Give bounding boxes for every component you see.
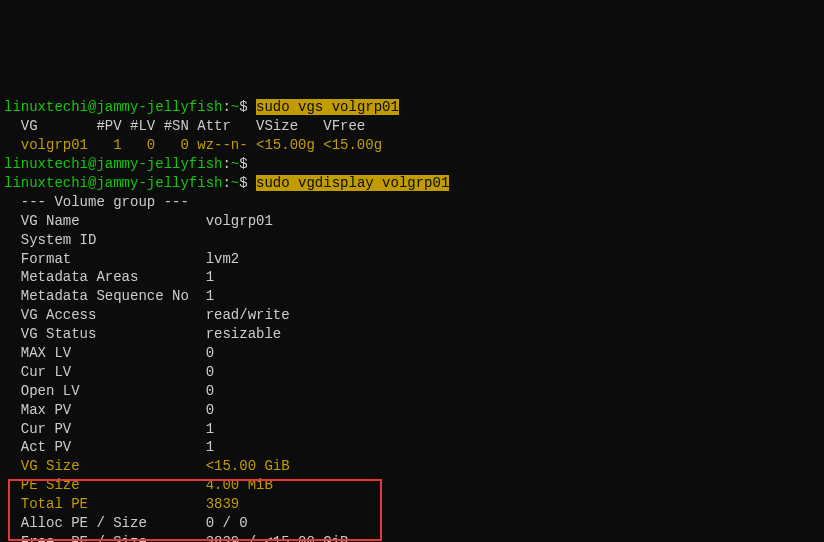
cur-pv-value: 1 bbox=[197, 421, 214, 437]
open-lv-value: 0 bbox=[197, 383, 214, 399]
command-vgdisplay: sudo vgdisplay volgrp01 bbox=[256, 175, 449, 191]
vg-status-label: VG Status bbox=[4, 326, 197, 342]
system-id-label: System ID bbox=[4, 232, 96, 248]
prompt-dollar: $ bbox=[239, 175, 247, 191]
pe-size-value: 4.00 MiB bbox=[197, 477, 273, 493]
metadata-areas-value: 1 bbox=[197, 269, 214, 285]
open-lv-label: Open LV bbox=[4, 383, 197, 399]
cur-pv-label: Cur PV bbox=[4, 421, 197, 437]
free-pe-label: Free PE / Size bbox=[4, 534, 197, 542]
vg-size-label: VG Size bbox=[4, 458, 197, 474]
cur-lv-value: 0 bbox=[197, 364, 214, 380]
total-pe-label: Total PE bbox=[4, 496, 197, 512]
act-pv-value: 1 bbox=[197, 439, 214, 455]
vg-access-value: read/write bbox=[197, 307, 289, 323]
free-pe-value: 3839 / <15.00 GiB bbox=[197, 534, 348, 542]
format-value: lvm2 bbox=[197, 251, 239, 267]
max-pv-value: 0 bbox=[197, 402, 214, 418]
command-vgs: sudo vgs volgrp01 bbox=[256, 99, 399, 115]
metadata-areas-label: Metadata Areas bbox=[4, 269, 197, 285]
prompt-sep: : bbox=[222, 175, 230, 191]
vgs-header: VG #PV #LV #SN Attr VSize VFree bbox=[4, 118, 365, 134]
vg-name-label: VG Name bbox=[4, 213, 197, 229]
max-lv-value: 0 bbox=[197, 345, 214, 361]
prompt-path: ~ bbox=[231, 99, 239, 115]
pe-size-label: PE Size bbox=[4, 477, 197, 493]
alloc-pe-label: Alloc PE / Size bbox=[4, 515, 197, 531]
prompt-sep: : bbox=[222, 156, 230, 172]
prompt-path: ~ bbox=[231, 175, 239, 191]
vg-status-value: resizable bbox=[197, 326, 281, 342]
prompt-path: ~ bbox=[231, 156, 239, 172]
vgdisplay-header: --- Volume group --- bbox=[4, 194, 189, 210]
cur-lv-label: Cur LV bbox=[4, 364, 197, 380]
vgs-row: volgrp01 1 0 0 wz--n- <15.00g <15.00g bbox=[4, 137, 382, 153]
vg-size-value: <15.00 GiB bbox=[197, 458, 289, 474]
max-pv-label: Max PV bbox=[4, 402, 197, 418]
prompt-user: linuxtechi@jammy-jellyfish bbox=[4, 175, 222, 191]
prompt-user: linuxtechi@jammy-jellyfish bbox=[4, 99, 222, 115]
prompt-dollar: $ bbox=[239, 156, 247, 172]
metadata-seq-value: 1 bbox=[197, 288, 214, 304]
vg-name-value: volgrp01 bbox=[197, 213, 273, 229]
prompt-user: linuxtechi@jammy-jellyfish bbox=[4, 156, 222, 172]
total-pe-value: 3839 bbox=[197, 496, 239, 512]
terminal-output: linuxtechi@jammy-jellyfish:~$ sudo vgs v… bbox=[4, 80, 820, 542]
metadata-seq-label: Metadata Sequence No bbox=[4, 288, 197, 304]
max-lv-label: MAX LV bbox=[4, 345, 197, 361]
prompt-sep: : bbox=[222, 99, 230, 115]
format-label: Format bbox=[4, 251, 197, 267]
vg-access-label: VG Access bbox=[4, 307, 197, 323]
prompt-dollar: $ bbox=[239, 99, 247, 115]
alloc-pe-value: 0 / 0 bbox=[197, 515, 247, 531]
act-pv-label: Act PV bbox=[4, 439, 197, 455]
